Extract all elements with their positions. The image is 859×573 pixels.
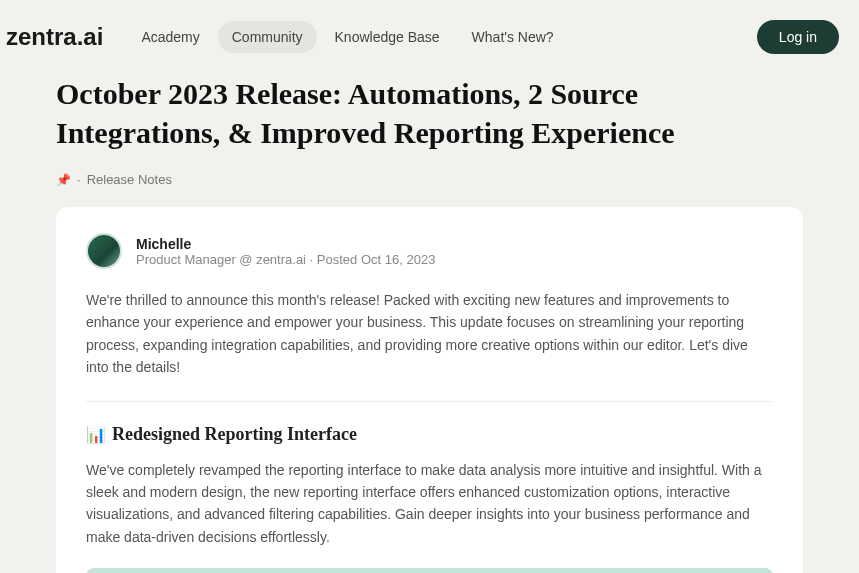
- avatar[interactable]: [86, 233, 122, 269]
- section-body: We've completely revamped the reporting …: [86, 459, 773, 549]
- meta-separator: ·: [77, 172, 81, 187]
- section-heading: 📊Redesigned Reporting Interface: [86, 424, 773, 445]
- nav-whats-new[interactable]: What's New?: [458, 21, 568, 53]
- pin-icon: 📌: [56, 173, 71, 187]
- post-category-link[interactable]: Release Notes: [87, 172, 172, 187]
- post-title: October 2023 Release: Automations, 2 Sou…: [56, 74, 696, 152]
- author-name[interactable]: Michelle: [136, 236, 435, 252]
- nav-knowledge-base[interactable]: Knowledge Base: [321, 21, 454, 53]
- content-area: October 2023 Release: Automations, 2 Sou…: [0, 64, 859, 573]
- login-button[interactable]: Log in: [757, 20, 839, 54]
- author-subtitle: Product Manager @ zentra.ai · Posted Oct…: [136, 252, 435, 267]
- brand-logo[interactable]: zentra.ai: [6, 23, 103, 51]
- nav-community[interactable]: Community: [218, 21, 317, 53]
- post-intro: We're thrilled to announce this month's …: [86, 289, 773, 379]
- author-text: Michelle Product Manager @ zentra.ai · P…: [136, 236, 435, 267]
- bar-chart-icon: 📊: [86, 426, 106, 443]
- nav: Academy Community Knowledge Base What's …: [127, 21, 756, 53]
- post-meta: 📌 · Release Notes: [56, 172, 803, 187]
- nav-academy[interactable]: Academy: [127, 21, 213, 53]
- post-card: Michelle Product Manager @ zentra.ai · P…: [56, 207, 803, 573]
- header: zentra.ai Academy Community Knowledge Ba…: [0, 0, 859, 64]
- screenshot-preview: ◆ WORKSHOP 📄 Report Builder ▸ Report tem…: [86, 568, 773, 573]
- section-title-text: Redesigned Reporting Interface: [112, 424, 357, 444]
- divider: [86, 401, 773, 402]
- author-row: Michelle Product Manager @ zentra.ai · P…: [86, 233, 773, 269]
